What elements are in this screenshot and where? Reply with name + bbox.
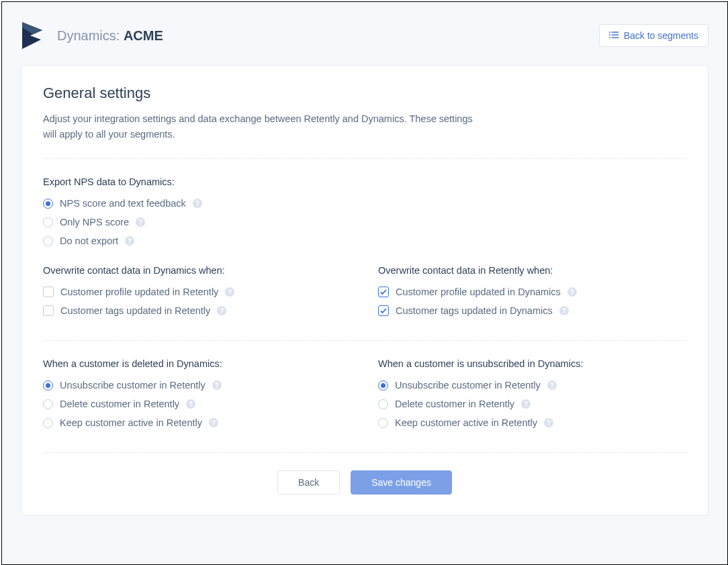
checkbox-profile-updated-dynamics[interactable]: [378, 287, 389, 297]
svg-point-5: [609, 37, 610, 38]
option-label: Customer tags updated in Dynamics: [396, 305, 553, 316]
save-changes-button[interactable]: Save changes: [351, 470, 452, 495]
radio-unsub-keep-active[interactable]: [378, 418, 388, 428]
back-button[interactable]: Back: [277, 470, 340, 495]
option-label: Delete customer in Retently: [395, 399, 514, 409]
radio-deleted-unsubscribe[interactable]: [43, 380, 53, 391]
radio-deleted-delete[interactable]: [43, 399, 53, 409]
checkbox-tags-updated-retently[interactable]: [43, 305, 54, 316]
help-icon[interactable]: ?: [125, 236, 134, 246]
option-label: Customer tags updated in Retently: [60, 305, 210, 316]
option-label: Keep customer active in Retently: [60, 417, 202, 428]
divider: [43, 452, 686, 453]
option-label: Customer profile updated in Dynamics: [396, 287, 561, 297]
help-icon[interactable]: ?: [567, 287, 577, 297]
breadcrumb: Dynamics: ACME: [57, 28, 163, 44]
radio-deleted-keep-active[interactable]: [43, 418, 53, 428]
unsubscribed-section-label: When a customer is unsubscribed in Dynam…: [378, 358, 686, 369]
deleted-section-label: When a customer is deleted in Dynamics:: [43, 358, 351, 369]
help-icon[interactable]: ?: [209, 418, 218, 427]
option-label: Only NPS score: [60, 217, 129, 227]
overwrite-retently-label: Overwrite contact data in Retently when:: [378, 265, 686, 276]
export-section-label: Export NPS data to Dynamics:: [43, 176, 686, 187]
option-label: Keep customer active in Retently: [395, 417, 537, 428]
radio-export-do-not-export[interactable]: [43, 236, 53, 246]
option-label: Delete customer in Retently: [60, 399, 179, 409]
divider: [43, 340, 686, 341]
help-icon[interactable]: ?: [547, 380, 557, 390]
svg-point-3: [609, 32, 610, 33]
radio-export-only-score[interactable]: [43, 217, 53, 227]
option-label: NPS score and text feedback: [60, 198, 186, 209]
divider: [43, 158, 686, 159]
help-icon[interactable]: ?: [217, 306, 226, 315]
help-icon[interactable]: ?: [521, 399, 531, 409]
option-label: Unsubscribe customer in Retently: [60, 380, 206, 391]
checkbox-tags-updated-dynamics[interactable]: [378, 305, 389, 316]
help-icon[interactable]: ?: [559, 306, 569, 315]
radio-unsub-delete[interactable]: [378, 399, 388, 409]
back-to-segments-button[interactable]: Back to segments: [599, 24, 709, 47]
checkbox-profile-updated-retently[interactable]: [43, 287, 54, 297]
help-icon[interactable]: ?: [544, 418, 553, 427]
help-icon[interactable]: ?: [193, 199, 202, 208]
breadcrumb-name: ACME: [124, 28, 163, 43]
back-to-segments-label: Back to segments: [624, 30, 698, 41]
settings-card: General settings Adjust your integration…: [21, 65, 709, 515]
radio-unsub-unsubscribe[interactable]: [378, 380, 388, 391]
dynamics-logo-icon: [21, 21, 45, 50]
list-icon: [609, 30, 619, 41]
page-title: General settings: [43, 85, 686, 102]
option-label: Do not export: [60, 236, 118, 246]
overwrite-dynamics-label: Overwrite contact data in Dynamics when:: [43, 265, 351, 276]
radio-export-score-and-feedback[interactable]: [43, 199, 53, 209]
option-label: Unsubscribe customer in Retently: [395, 380, 541, 391]
help-icon[interactable]: ?: [225, 287, 234, 297]
page-subtitle: Adjust your integration settings and dat…: [43, 111, 473, 142]
option-label: Customer profile updated in Retently: [60, 287, 218, 297]
help-icon[interactable]: ?: [212, 380, 222, 390]
help-icon[interactable]: ?: [136, 217, 145, 227]
svg-point-4: [609, 34, 610, 36]
help-icon[interactable]: ?: [186, 399, 195, 409]
breadcrumb-prefix: Dynamics:: [57, 28, 124, 43]
